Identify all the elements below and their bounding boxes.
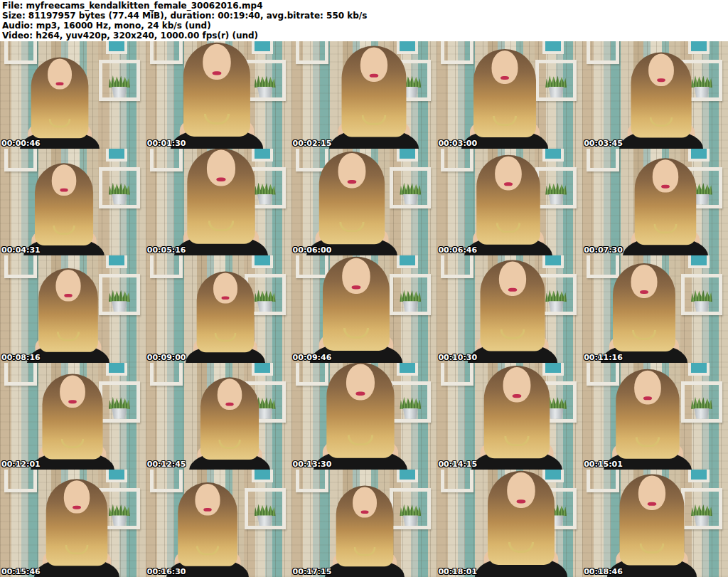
timestamp-overlay: 00:11:16 [584, 353, 623, 362]
timestamp-overlay: 00:04:31 [1, 245, 41, 255]
timestamp-overlay: 00:15:46 [1, 567, 41, 576]
lips [56, 82, 64, 85]
video-thumbnail: 00:18:46 [582, 470, 728, 577]
person-placeholder [299, 41, 437, 149]
timestamp-overlay: 00:00:46 [1, 139, 41, 148]
person-placeholder [592, 45, 728, 149]
person-placeholder [441, 363, 582, 470]
person-placeholder [582, 363, 722, 470]
video-thumbnail: 00:12:01 [0, 363, 146, 470]
lips [500, 76, 509, 80]
timestamp-overlay: 00:09:00 [147, 353, 186, 362]
person-placeholder [0, 156, 132, 256]
video-thumbnail: 00:14:15 [437, 363, 582, 470]
lips [513, 394, 522, 398]
timestamp-overlay: 00:18:01 [438, 567, 477, 576]
person-placeholder [0, 261, 138, 363]
lips [355, 391, 365, 395]
video-thumbnail: 00:04:31 [0, 149, 146, 256]
timestamp-overlay: 00:07:30 [584, 245, 623, 255]
timestamp-overlay: 00:15:01 [584, 460, 623, 469]
timestamp-overlay: 00:01:30 [147, 139, 186, 148]
person-placeholder [594, 150, 728, 255]
video-thumbnail: 00:15:01 [582, 363, 728, 470]
video-thumbnail: 00:09:46 [291, 255, 437, 363]
person-placeholder [582, 470, 727, 577]
timestamp-overlay: 00:12:45 [147, 460, 186, 469]
lips [505, 182, 513, 186]
lips [217, 177, 226, 181]
person-placeholder [0, 50, 127, 148]
lips [69, 400, 77, 403]
video-thumbnail: 00:12:45 [146, 363, 291, 470]
lips [658, 78, 666, 82]
video-thumbnail: 00:16:30 [146, 470, 291, 577]
person-placeholder [291, 255, 434, 363]
timestamp-overlay: 00:14:15 [438, 460, 477, 469]
video-info-line: Video: h264, yuv420p, 320x240, 1000.00 f… [2, 31, 728, 41]
person-placeholder [162, 370, 291, 470]
lips [662, 184, 670, 188]
lips [226, 403, 234, 406]
video-thumbnail: 00:06:00 [291, 149, 437, 256]
person-placeholder [6, 472, 146, 577]
person-placeholder [582, 255, 717, 363]
person-placeholder [444, 470, 583, 577]
lips [643, 396, 652, 400]
video-thumbnail: 00:15:46 [0, 470, 146, 577]
lips [348, 180, 357, 184]
person-placeholder [437, 41, 577, 149]
timestamp-overlay: 00:10:30 [438, 353, 477, 362]
person-placeholder [291, 149, 429, 256]
video-thumbnail: 00:09:00 [146, 255, 291, 363]
lips [213, 71, 222, 75]
size-info-line: Size: 81197957 bytes (77.44 MiB), durati… [2, 11, 728, 21]
video-thumbnail: 00:03:45 [582, 41, 728, 149]
video-thumbnail: 00:10:30 [437, 255, 582, 363]
lips [352, 285, 361, 289]
video-thumbnail: 00:01:30 [146, 41, 291, 149]
person-placeholder [298, 479, 432, 577]
video-thumbnail: 00:05:16 [146, 149, 291, 256]
timestamp-overlay: 00:03:00 [438, 139, 477, 148]
lips [60, 188, 68, 191]
video-thumbnail: 00:02:15 [291, 41, 437, 149]
timestamp-overlay: 00:16:30 [147, 567, 186, 576]
video-thumbnail: 00:13:30 [291, 363, 437, 470]
timestamp-overlay: 00:03:45 [584, 139, 623, 148]
timestamp-overlay: 00:06:00 [293, 245, 332, 255]
timestamp-overlay: 00:12:01 [1, 460, 41, 469]
thumbnail-grid: 00:00:46 00:01:30 [0, 41, 728, 577]
person-placeholder [146, 475, 277, 577]
lips [65, 294, 73, 297]
person-placeholder [438, 255, 582, 363]
video-thumbnail: 00:17:15 [291, 470, 437, 577]
timestamp-overlay: 00:08:16 [1, 353, 41, 362]
video-thumbnail: 00:00:46 [0, 41, 146, 149]
timestamp-overlay: 00:18:46 [584, 567, 623, 576]
audio-info-line: Audio: mp3, 16000 Hz, mono, 24 kb/s (und… [2, 21, 728, 31]
lips [370, 74, 378, 78]
timestamp-overlay: 00:06:46 [438, 245, 477, 255]
lips [640, 290, 648, 294]
video-contact-sheet: File: myfreecams_kendalkitten_female_300… [0, 0, 728, 577]
person-placeholder [291, 363, 437, 470]
timestamp-overlay: 00:09:46 [293, 353, 332, 362]
media-info-header: File: myfreecams_kendalkitten_female_300… [0, 0, 728, 41]
file-info-line: File: myfreecams_kendalkitten_female_300… [2, 1, 728, 11]
timestamp-overlay: 00:13:30 [293, 460, 332, 469]
timestamp-overlay: 00:05:16 [147, 245, 186, 255]
person-placeholder [146, 41, 291, 149]
video-thumbnail: 00:07:30 [582, 149, 728, 256]
person-placeholder [159, 265, 291, 363]
lips [222, 297, 230, 300]
person-placeholder [146, 149, 291, 256]
video-thumbnail: 00:11:16 [582, 255, 728, 363]
person-placeholder [437, 149, 582, 256]
video-thumbnail: 00:08:16 [0, 255, 146, 363]
timestamp-overlay: 00:02:15 [293, 139, 332, 148]
person-placeholder [2, 366, 143, 470]
video-thumbnail: 00:18:01 [437, 470, 582, 577]
video-thumbnail: 00:06:46 [437, 149, 582, 256]
video-thumbnail: 00:03:00 [437, 41, 582, 149]
